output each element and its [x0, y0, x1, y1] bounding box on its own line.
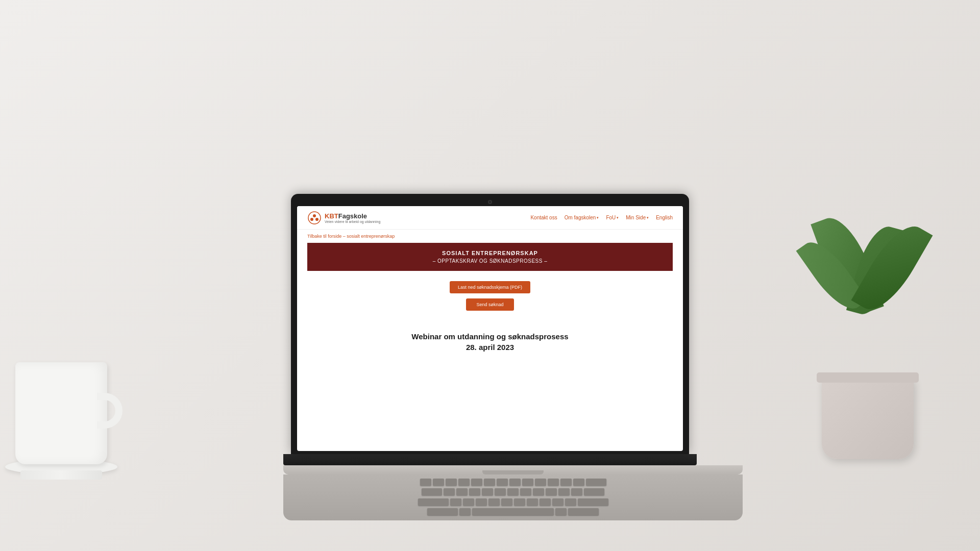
nav-kontakt[interactable]: Kontakt oss: [530, 215, 557, 220]
key: [533, 488, 544, 495]
svg-point-0: [308, 212, 321, 224]
svg-point-3: [315, 218, 318, 221]
svg-point-2: [310, 218, 313, 221]
key: [565, 498, 576, 506]
key: [573, 479, 584, 486]
key: [584, 488, 604, 495]
laptop-bottom: [283, 465, 743, 474]
key: [552, 498, 564, 506]
key: [459, 508, 471, 515]
webinar-date: 28. april 2023: [307, 343, 673, 352]
key: [540, 498, 551, 506]
key: [520, 488, 531, 495]
chevron-down-icon: ▾: [647, 216, 649, 220]
key: [571, 488, 582, 495]
key: [586, 479, 606, 486]
logo-icon: [307, 211, 322, 225]
webinar-section: Webinar om utdanning og søknadsprosess 2…: [297, 321, 683, 362]
logo-brand: KBTFagskole: [325, 212, 380, 220]
key: [560, 479, 572, 486]
key: [482, 488, 493, 495]
laptop-keyboard: [283, 474, 743, 520]
key: [501, 498, 512, 506]
hero-banner: SOSIALT ENTREPRENØRSKAP – OPPTAKSKRAV OG…: [307, 243, 673, 271]
nav-english[interactable]: English: [656, 215, 673, 220]
key: [458, 479, 470, 486]
key: [420, 479, 431, 486]
key: [463, 498, 474, 506]
key: [456, 488, 468, 495]
keyboard-row-2: [304, 488, 722, 496]
key: [446, 479, 457, 486]
key: [522, 479, 533, 486]
webinar-title-line1: Webinar om utdanning og søknadsprosess: [307, 331, 673, 343]
key: [450, 498, 461, 506]
key: [546, 488, 557, 495]
laptop-screen-outer: KBTFagskole Veien videre til arbeid og u…: [291, 194, 689, 454]
key: [527, 498, 538, 506]
key: [488, 498, 500, 506]
key: [433, 479, 444, 486]
nav-min-side[interactable]: Min Side ▾: [626, 215, 649, 220]
key: [558, 488, 570, 495]
space-key: [472, 508, 554, 515]
plant-decoration: [786, 214, 949, 459]
key: [444, 488, 455, 495]
key: [568, 508, 599, 515]
chevron-down-icon: ▾: [597, 216, 599, 220]
key: [555, 508, 567, 515]
key: [418, 498, 449, 506]
key: [509, 479, 521, 486]
hero-title: SOSIALT ENTREPRENØRSKAP: [317, 250, 663, 256]
laptop-camera: [488, 200, 492, 204]
chevron-down-icon: ▾: [617, 216, 619, 220]
key: [507, 488, 519, 495]
site-logo: KBTFagskole Veien videre til arbeid og u…: [307, 211, 380, 225]
logo-text: KBTFagskole Veien videre til arbeid og u…: [325, 212, 380, 223]
key: [578, 498, 608, 506]
laptop-base: [283, 454, 697, 465]
laptop-screen: KBTFagskole Veien videre til arbeid og u…: [297, 206, 683, 451]
key: [548, 479, 559, 486]
site-navbar: KBTFagskole Veien videre til arbeid og u…: [297, 206, 683, 230]
key: [535, 479, 546, 486]
key: [471, 479, 482, 486]
key: [469, 488, 480, 495]
send-soknad-button[interactable]: Send søknad: [466, 298, 513, 311]
key: [422, 488, 442, 495]
keyboard-row-4: [304, 508, 722, 516]
key: [484, 479, 495, 486]
logo-tagline: Veien videre til arbeid og utdanning: [325, 220, 380, 223]
svg-point-1: [313, 214, 316, 217]
key: [476, 498, 487, 506]
key: [497, 479, 508, 486]
nav-fou[interactable]: FoU ▾: [606, 215, 619, 220]
keyboard-row-3: [304, 498, 722, 507]
key: [514, 498, 525, 506]
nav-om-fagskolen[interactable]: Om fagskolen ▾: [565, 215, 599, 220]
hero-subtitle: – OPPTAKSKRAV OG SØKNADSPROSESS –: [317, 258, 663, 264]
keyboard-row-1: [304, 479, 722, 487]
nav-links: Kontakt oss Om fagskolen ▾ FoU ▾ Min Sid…: [530, 215, 673, 220]
laptop: KBTFagskole Veien videre til arbeid og u…: [283, 194, 697, 520]
download-pdf-button[interactable]: Last ned søknadsskjema (PDF): [450, 281, 530, 293]
coffee-cup: [5, 347, 122, 480]
key: [495, 488, 506, 495]
key: [427, 508, 458, 515]
breadcrumb[interactable]: Tilbake til forside – sosialt entreprenø…: [297, 230, 683, 243]
action-buttons: Last ned søknadsskjema (PDF) Send søknad: [297, 271, 683, 321]
